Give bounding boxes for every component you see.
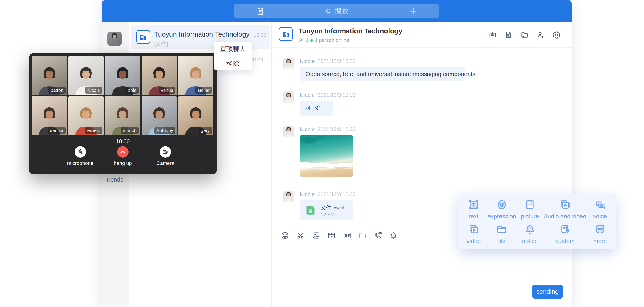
video-tile[interactable]: Nicole <box>68 56 104 95</box>
video-tile[interactable]: ernest <box>68 96 104 135</box>
phone-camera-icon[interactable] <box>374 231 382 240</box>
image-icon[interactable] <box>312 231 320 240</box>
message-row: Nicole2021/12/3 10:33 Open source, free,… <box>283 57 572 81</box>
bell-icon[interactable] <box>389 231 398 240</box>
type-item-text[interactable]: text <box>460 197 487 222</box>
type-item-notice[interactable]: notice <box>516 222 544 247</box>
type-item-custom[interactable]: custom <box>544 222 586 247</box>
video-tile[interactable]: Anthony <box>142 96 177 135</box>
contact-card-icon[interactable] <box>343 231 352 240</box>
call-control-camera[interactable]: Camera <box>152 146 179 166</box>
sender-avatar[interactable] <box>283 91 294 103</box>
context-menu-item-1[interactable]: 移除 <box>214 56 252 70</box>
video-tiles: patton Nicole zoie venus stellar danika <box>32 56 214 135</box>
participant-name: danika <box>48 127 66 134</box>
participant-name: ernest <box>85 127 102 134</box>
type-more-icon <box>594 223 606 235</box>
participant-name: Anthony <box>154 127 176 134</box>
call-control-label: hang up <box>109 160 136 166</box>
board-icon[interactable] <box>488 31 497 39</box>
camera-muted-icon <box>162 148 169 155</box>
type-item-label: video <box>466 238 481 245</box>
type-item-label: text <box>469 213 478 220</box>
conversation2-time: 15:20 <box>252 57 264 63</box>
excel-file-icon <box>304 204 317 217</box>
message-time: 2021/12/3 10:33 <box>318 191 356 197</box>
type-av-icon <box>559 199 571 211</box>
sender-avatar[interactable] <box>283 57 294 69</box>
chat-header-actions <box>488 31 561 39</box>
online-status: 1 person online <box>315 37 349 43</box>
file-message-bubble[interactable]: 文件.excel 12.8M <box>300 200 353 220</box>
trends-label: trends <box>102 176 128 183</box>
online-dot <box>310 39 313 41</box>
type-item-voice[interactable]: voice <box>586 197 614 222</box>
call-timer: 10:00 <box>29 138 217 145</box>
message-time: 2021/12/3 10:33 <box>318 92 356 98</box>
file-name: 文件.excel <box>321 204 344 211</box>
video-tile[interactable]: zoie <box>105 56 140 95</box>
call-control-label: Camera <box>152 160 179 166</box>
conversation-preview: [文件] <box>154 40 168 47</box>
chat-title: Tuoyun Information Technology <box>298 27 402 35</box>
type-file-icon <box>496 223 508 235</box>
emoji-icon[interactable] <box>280 231 289 240</box>
type-notice-icon <box>524 223 536 235</box>
conversation-context-menu: 置顶聊天移除 <box>214 42 252 70</box>
sender-name: Nicole <box>300 191 315 197</box>
members-icon <box>298 37 304 43</box>
member-count: 1 <box>306 37 308 43</box>
clapper-icon[interactable] <box>327 231 336 240</box>
type-picture-icon <box>524 199 536 211</box>
file-size: 12.8M <box>321 212 334 218</box>
conversation-time: 15:20 <box>254 32 266 38</box>
plus-icon[interactable] <box>408 4 418 18</box>
file-ext: .excel <box>332 206 344 210</box>
video-tile[interactable]: gary <box>178 96 213 135</box>
call-control-hangup[interactable]: hang up <box>109 146 136 166</box>
scissors-icon[interactable] <box>296 231 305 240</box>
group-avatar-building-icon <box>136 30 150 44</box>
message-meta: Nicole2021/12/3 10:33 <box>300 191 356 198</box>
search-bar[interactable]: 搜索 <box>234 4 439 18</box>
send-button[interactable]: sending <box>532 285 563 299</box>
gear-icon[interactable] <box>552 31 561 39</box>
person-add-icon[interactable] <box>536 31 545 39</box>
voice-wave-icon <box>305 105 312 111</box>
type-item-label: notice <box>522 238 538 245</box>
top-bar: 搜索 <box>102 0 572 22</box>
video-tile[interactable]: aldrich <box>105 96 140 135</box>
call-control-microphone[interactable]: microphone <box>67 146 94 166</box>
chat-subtitle: 1 1 person online <box>298 37 349 43</box>
participant-name: zoie <box>126 87 139 94</box>
doc-search-icon[interactable] <box>504 31 513 39</box>
video-tile[interactable]: stellar <box>178 56 213 95</box>
folder-icon[interactable] <box>520 31 529 39</box>
call-controls: microphone hang up Camera <box>29 146 217 166</box>
message-type-panel: text expression picture Audio and video … <box>458 194 616 250</box>
video-tile[interactable]: patton <box>32 56 67 95</box>
voice-message-bubble[interactable]: 9`` <box>300 100 334 116</box>
type-item-file[interactable]: file <box>487 222 516 247</box>
video-call-overlay: patton Nicole zoie venus stellar danika <box>29 53 217 174</box>
type-item-label: Audio and video <box>544 213 586 220</box>
type-item-more[interactable]: more <box>586 222 614 247</box>
message-meta: Nicole2021/12/3 10:33 <box>300 58 465 64</box>
type-item-audio-and-video[interactable]: Audio and video <box>544 197 586 222</box>
sender-avatar[interactable] <box>283 126 294 137</box>
participant-name: stellar <box>195 87 212 94</box>
video-tile[interactable]: venus <box>142 56 177 95</box>
type-item-picture[interactable]: picture <box>516 197 544 222</box>
my-avatar[interactable] <box>108 31 122 46</box>
call-control-label: microphone <box>67 160 94 166</box>
message-time: 2021/12/3 10:33 <box>318 58 356 64</box>
image-message[interactable] <box>300 135 353 177</box>
video-tile[interactable]: danika <box>32 96 67 135</box>
sender-avatar[interactable] <box>283 191 294 202</box>
participant-name: aldrich <box>121 127 139 134</box>
folder-icon[interactable] <box>358 231 366 240</box>
type-item-video[interactable]: video <box>460 222 487 247</box>
screenshot-stage: 搜索 <box>0 0 644 307</box>
context-menu-item-0[interactable]: 置顶聊天 <box>214 42 252 56</box>
type-item-expression[interactable]: expression <box>487 197 516 222</box>
